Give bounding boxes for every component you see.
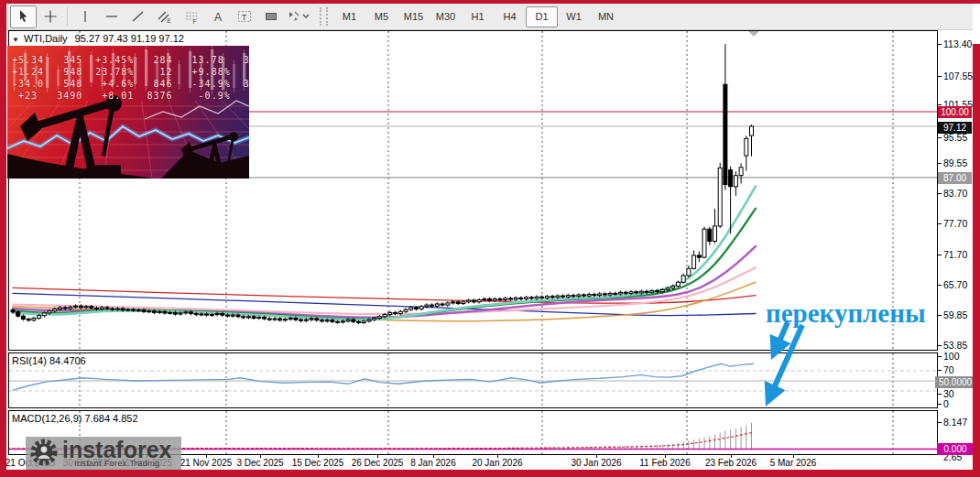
price-tick-label: 59.85 <box>943 309 967 320</box>
chart-dropdown-icon[interactable]: ▼ <box>12 36 19 44</box>
price-tick-label: 83.70 <box>943 188 967 199</box>
rsi-tick-label: 0 <box>943 398 949 409</box>
price-tick <box>938 193 942 194</box>
date-tick <box>497 455 498 458</box>
rsi-tick <box>938 394 942 395</box>
date-label: 20 Jan 2026 <box>459 458 536 468</box>
price-tick-label: 77.70 <box>943 218 967 229</box>
rsi-mid-badge: 50.0000 <box>935 376 975 388</box>
date-tick <box>318 455 319 458</box>
price-tick <box>938 285 942 286</box>
macd-tick <box>938 422 942 423</box>
timeframe-m1-button[interactable]: M1 <box>333 6 365 27</box>
rsi-tick <box>938 404 942 405</box>
price-level-badge: 97.12 <box>938 122 972 134</box>
promo-art <box>7 46 249 179</box>
rsi-indicator-label: RSI(14) 84.4706 <box>12 355 86 366</box>
price-tick-label: 53.85 <box>943 340 967 351</box>
rsi-tick-label: 70 <box>943 364 954 375</box>
tool-cursor-button[interactable] <box>10 5 37 28</box>
tool-text-label-button[interactable]: T <box>231 5 257 28</box>
price-tick <box>938 315 942 316</box>
date-tick <box>731 455 732 458</box>
macd-name: MACD(12,26,9) <box>12 413 82 424</box>
promo-ticker-row: +5.34 345 +3.45% 284 13.78 3904 <box>12 55 246 65</box>
tool-trendline-button[interactable] <box>125 5 151 28</box>
frame-border-bottom <box>0 470 980 477</box>
price-tick <box>938 163 942 164</box>
instaforex-gear-icon <box>29 439 59 468</box>
rsi-tick <box>938 356 942 357</box>
macd-tick-label: 8.147 <box>943 417 967 428</box>
tool-fibonacci-button[interactable]: F <box>178 5 204 28</box>
date-tick <box>793 455 794 458</box>
promo-ticker-row: +1.24 948 23.78% 12 +9.88% 688 <box>12 67 246 77</box>
macd-zero-badge: 0.000 <box>937 443 974 455</box>
price-tick <box>938 255 942 255</box>
price-tick-label: 113.40 <box>943 38 972 49</box>
tool-crosshair-button[interactable] <box>37 5 63 28</box>
date-tick <box>433 455 434 458</box>
instaforex-watermark: instaforex Instant Forex Trading <box>26 437 181 470</box>
instaforex-tagline: Instant Forex Trading <box>62 459 171 468</box>
toolbar-separator <box>67 7 68 26</box>
timeframe-d1-button[interactable]: D1 <box>526 6 558 27</box>
price-tick-label: 89.55 <box>943 157 967 168</box>
chart-title: ▼WTI,Daily95.27 97.43 91.19 97.12 <box>12 33 184 44</box>
tool-equidistant-channel-button[interactable]: E <box>151 5 178 28</box>
timeframe-m15-button[interactable]: M15 <box>397 6 430 27</box>
chart-title-ohlc: 95.27 97.43 91.19 97.12 <box>75 33 184 44</box>
svg-text:T: T <box>241 13 246 22</box>
toolbar: EFAT M1M5M15M30H1H4D1W1MN <box>6 4 973 30</box>
price-tick <box>938 137 942 138</box>
frame-border-right <box>973 44 980 477</box>
price-tick <box>938 223 942 224</box>
frame-border-left <box>0 0 6 477</box>
chart-title-symbol: WTI,Daily <box>24 33 68 44</box>
date-tick <box>260 455 261 458</box>
date-label: 5 Mar 2026 <box>755 458 832 468</box>
instaforex-brand: instaforex <box>62 439 171 461</box>
price-level-badge: 100.00 <box>938 106 972 118</box>
price-tick <box>938 345 942 346</box>
date-tick <box>377 455 378 458</box>
tool-text-button[interactable]: A <box>204 5 231 28</box>
price-tick-label: 65.70 <box>943 279 967 290</box>
frame-border-top <box>0 0 980 4</box>
price-tick-label: 107.55 <box>943 70 973 81</box>
promo-image: +5.34 345 +3.45% 284 13.78 3904+1.24 948… <box>7 46 249 179</box>
macd-indicator-label: MACD(12,26,9) 7.684 4.852 <box>12 413 138 424</box>
price-tick <box>938 76 942 77</box>
svg-text:F: F <box>192 18 196 25</box>
date-tick <box>206 455 207 458</box>
date-label: 30 Jan 2026 <box>558 458 635 468</box>
svg-text:A: A <box>214 11 222 24</box>
price-tick-label: 95.55 <box>943 132 967 143</box>
date-tick <box>596 455 597 458</box>
price-level-badge: 87.00 <box>938 172 972 184</box>
promo-ticker-row: +23 3490 +8.01 8376 -0.9% 679 <box>12 91 246 101</box>
rsi-name: RSI(14) <box>12 355 47 366</box>
timeframe-mn-button[interactable]: MN <box>590 6 622 27</box>
timeframe-w1-button[interactable]: W1 <box>558 6 590 27</box>
date-tick <box>665 455 666 458</box>
timeframe-m5-button[interactable]: M5 <box>365 6 397 27</box>
macd-values: 7.684 4.852 <box>84 413 137 424</box>
rsi-tick-label: 100 <box>943 351 960 362</box>
rsi-panel[interactable] <box>8 352 938 408</box>
timeframe-h1-button[interactable]: H1 <box>462 6 494 27</box>
tool-arrows-button[interactable] <box>284 5 310 28</box>
tool-rectangle-button[interactable] <box>257 5 284 28</box>
toolbar-grip[interactable] <box>320 7 328 26</box>
tool-horizontal-line-button[interactable] <box>98 5 125 28</box>
rsi-value: 84.4706 <box>49 355 86 366</box>
promo-ticker-row: -34.0 548 +4.6% 846 -34.9% 3820 <box>12 79 246 89</box>
tool-vertical-line-button[interactable] <box>71 5 98 28</box>
platform-window: EFAT M1M5M15M30H1H4D1W1MN ▼WTI,Daily95.2… <box>0 0 980 477</box>
overbought-annotation: перекуплены <box>766 298 926 329</box>
price-tick-label: 71.70 <box>943 249 967 260</box>
price-tick <box>938 44 942 45</box>
timeframe-h4-button[interactable]: H4 <box>494 6 526 27</box>
timeframe-m30-button[interactable]: M30 <box>430 6 462 27</box>
rsi-tick <box>938 370 942 371</box>
